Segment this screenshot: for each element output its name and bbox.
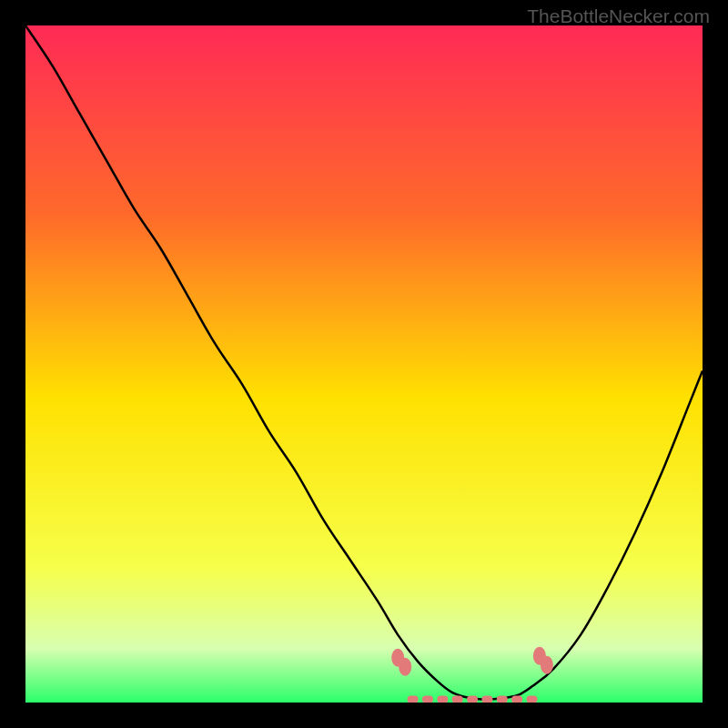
watermark-text: TheBottleNecker.com (527, 5, 710, 27)
svg-rect-7 (452, 696, 463, 703)
svg-rect-4 (408, 696, 419, 703)
svg-rect-8 (467, 696, 478, 703)
svg-rect-10 (497, 696, 508, 703)
svg-rect-5 (422, 696, 433, 703)
chart-container: TheBottleNecker.com (0, 0, 728, 728)
chart-svg (25, 25, 703, 703)
svg-rect-12 (527, 696, 538, 703)
svg-rect-11 (511, 696, 522, 703)
svg-point-3 (541, 656, 553, 674)
svg-rect-9 (481, 696, 492, 703)
svg-rect-6 (437, 696, 448, 703)
plot-area (25, 25, 703, 703)
svg-point-1 (399, 658, 411, 676)
